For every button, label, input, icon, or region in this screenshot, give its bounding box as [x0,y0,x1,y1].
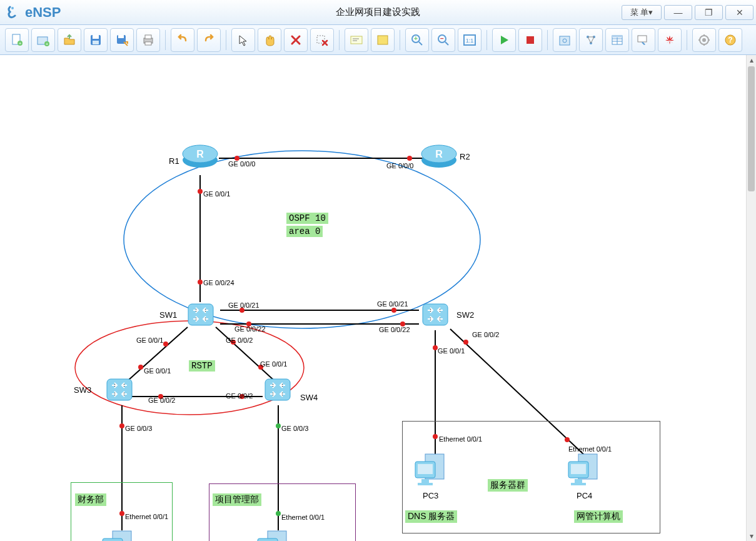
svg-rect-13 [145,35,151,39]
minimize-button[interactable]: — [664,5,692,20]
label-pc3: PC3 [423,491,438,500]
label-sw4: SW4 [300,393,318,402]
redo-icon[interactable] [197,28,221,52]
pan-hand-icon[interactable] [258,28,281,52]
maximize-button[interactable]: ❐ [695,5,723,20]
label-netadmin: 网管计算机 [574,510,623,523]
app-logo: eNSP [0,4,67,21]
port-sw3-ge003: GE 0/0/3 [125,425,152,432]
new-project-icon[interactable]: + [31,28,55,52]
svg-rect-106 [421,479,429,483]
svg-rect-105 [418,464,433,474]
delete-icon[interactable] [284,28,308,52]
topology-icon[interactable] [579,28,603,52]
svg-point-73 [433,345,438,350]
capture-icon[interactable] [553,28,577,52]
svg-rect-89 [188,304,213,325]
label-sw1: SW1 [159,310,177,320]
port-sw2-ge001: GE 0/0/1 [438,347,465,355]
new-file-icon[interactable]: + [5,28,29,52]
logo-text: eNSP [25,4,61,21]
toolbar-separator [339,30,340,50]
svg-point-77 [119,423,124,428]
close-button[interactable]: ✕ [725,5,753,20]
start-icon[interactable] [492,28,516,52]
scrollbar-vertical[interactable]: ▴ ▾ [746,55,756,541]
svg-text:+: + [414,35,418,42]
svg-rect-99 [258,538,278,541]
device-pc2[interactable] [255,527,291,541]
svg-point-0 [11,7,14,9]
port-sw2-ge0022: GE 0/0/22 [379,326,410,333]
table-icon[interactable] [605,28,629,52]
svg-rect-111 [575,479,582,483]
label-dns: DNS 服务器 [405,510,457,523]
svg-rect-9 [93,41,99,44]
stop-icon[interactable] [518,28,542,52]
label-r2: R2 [460,152,470,161]
topology-canvas[interactable]: R R R1 R2 SW1 SW2 SW3 SW4 PC1 PC2 PC3 PC… [0,55,756,541]
menu-button[interactable]: 菜 单▾ [622,5,662,20]
pointer-icon[interactable] [231,28,255,52]
svg-rect-19 [378,36,388,44]
port-r1-ge001: GE 0/0/1 [203,190,230,198]
scrollbar-thumb[interactable] [748,66,755,191]
save-as-icon[interactable] [110,28,134,52]
settings-icon[interactable] [692,28,716,52]
label-r1: R1 [169,156,179,166]
port-r2-ge000: GE 0/0/0 [386,162,413,169]
svg-point-79 [276,423,281,428]
svg-rect-14 [145,42,151,45]
delete-selection-icon[interactable] [310,28,334,52]
undo-icon[interactable] [171,28,194,52]
label-servers: 服务器群 [488,479,528,492]
device-switch-sw4[interactable] [261,375,294,406]
device-switch-sw2[interactable] [419,300,451,331]
svg-text:−: − [440,35,444,42]
device-router-r1[interactable]: R [181,143,219,171]
svg-line-21 [419,42,422,45]
help-icon[interactable]: ? [718,28,742,52]
device-pc1[interactable] [100,527,136,541]
zoom-out-icon[interactable]: − [431,28,455,52]
zoom-fit-icon[interactable]: 1:1 [458,28,481,52]
print-icon[interactable] [136,28,160,52]
scroll-down-icon[interactable]: ▾ [747,531,756,541]
label-pc4: PC4 [577,491,592,500]
port-pc4-eth: Ethernet 0/0/1 [568,445,612,453]
device-router-r2[interactable]: R [420,143,458,171]
svg-rect-38 [612,36,622,38]
device-switch-sw3[interactable] [103,375,136,406]
text-label-icon[interactable] [345,28,368,52]
toolbar-separator [687,30,687,50]
port-sw4-ge001: GE 0/0/1 [260,360,287,368]
label-rstp: RSTP [189,360,215,372]
label-pm: 项目管理部 [213,493,261,506]
svg-point-60 [407,156,412,161]
svg-rect-107 [418,483,433,485]
device-pc4[interactable] [566,450,602,491]
port-sw1-ge0024: GE 0/0/24 [203,279,234,286]
svg-rect-92 [265,379,290,400]
note-icon[interactable] [371,28,395,52]
device-pc3[interactable] [413,450,449,491]
svg-rect-8 [93,35,99,39]
svg-rect-11 [118,35,124,38]
device-switch-sw1[interactable] [184,300,217,331]
svg-text:?: ? [728,36,732,44]
svg-text:+: + [46,41,49,47]
svg-rect-39 [638,36,647,42]
label-sw3: SW3 [74,385,91,395]
svg-text:1:1: 1:1 [466,38,474,44]
open-icon[interactable] [58,28,81,52]
port-pc3-eth: Ethernet 0/0/1 [439,435,482,443]
port-sw1-ge002: GE 0/0/2 [226,336,253,344]
port-sw3-ge001: GE 0/0/1 [144,367,171,375]
message-icon[interactable] [632,28,655,52]
port-pc2-eth: Ethernet 0/0/1 [281,513,325,521]
huawei-logo-icon[interactable] [658,28,682,52]
svg-rect-90 [423,304,448,325]
save-icon[interactable] [84,28,108,52]
scroll-up-icon[interactable]: ▴ [747,55,756,65]
zoom-in-icon[interactable]: + [405,28,429,52]
